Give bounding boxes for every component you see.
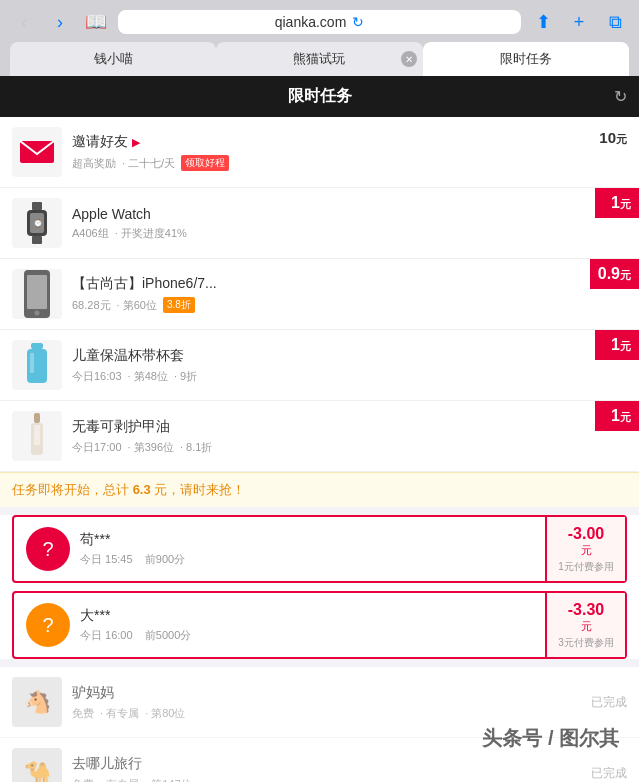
product-name: 邀请好友 ▶ (72, 133, 627, 151)
completed-info-1: 去哪儿旅行 免费 · 有专属 · 第147位 (72, 755, 627, 783)
meta-pos: · 第48位 (128, 369, 168, 384)
page-header: 限时任务 ↻ (0, 76, 639, 117)
svg-text:⌚: ⌚ (33, 218, 43, 228)
reload-icon[interactable]: ↻ (352, 14, 364, 30)
share-button[interactable]: ⬆ (529, 8, 557, 36)
forward-button[interactable]: › (46, 8, 74, 36)
price-badge-cup: 1元 (595, 330, 639, 360)
meta-group: A406组 (72, 226, 109, 241)
tabs-button[interactable]: ⧉ (601, 8, 629, 36)
url-text: qianka.com (275, 14, 347, 30)
notice-bar: 任务即将开始，总计 6.3 元，请时来抢！ (0, 472, 639, 507)
new-tab-button[interactable]: + (565, 8, 593, 36)
upcoming-price-unit-1: 元 (581, 619, 592, 634)
bookmarks-icon[interactable]: 📖 (82, 8, 110, 36)
meta-time: · 二十七/天 (122, 156, 175, 171)
upcoming-price-unit-0: 元 (581, 543, 592, 558)
svg-rect-4 (32, 236, 42, 244)
price-unit: 元 (620, 198, 631, 210)
meta-discount: · 9折 (174, 369, 197, 384)
tab-qianxiaomiao[interactable]: 钱小喵 (10, 42, 216, 76)
product-info-watch: Apple Watch A406组 · 开奖进度41% (72, 206, 583, 241)
price-unit: 元 (620, 411, 631, 423)
price-badge-nail: 1元 (595, 401, 639, 431)
svg-rect-11 (30, 353, 34, 373)
completed-name-1: 去哪儿旅行 (72, 755, 627, 773)
product-info-iphone: 【古尚古】iPhone6/7... 68.28元 · 第60位 3.8折 (72, 275, 583, 313)
upcoming-item-0[interactable]: ? 苟*** 今日 15:45 前900分 -3.00 元 1元付费参用 (12, 515, 627, 583)
product-name: 无毒可剥护甲油 (72, 418, 583, 436)
completed-meta-0: 免费 · 有专属 · 第80位 (72, 706, 627, 721)
tab-limited-tasks[interactable]: 限时任务 (423, 42, 629, 76)
product-item-nail[interactable]: 无毒可剥护甲油 今日17:00 · 第396位 · 8.1折 1元 (0, 401, 639, 472)
page-refresh-icon[interactable]: ↻ (614, 87, 627, 106)
upcoming-avatar-0: ? (26, 527, 70, 571)
upcoming-price-box-0: -3.00 元 1元付费参用 (545, 517, 625, 581)
meta2: · 有专属 (100, 706, 139, 721)
completed-thumb-1: 🐪 (12, 748, 62, 782)
product-item-iphone[interactable]: 【古尚古】iPhone6/7... 68.28元 · 第60位 3.8折 0.9… (0, 259, 639, 330)
meta-price: 68.28元 (72, 298, 111, 313)
upcoming-item-1[interactable]: ? 大*** 今日 16:00 前5000分 -3.30 元 3元付费参用 (12, 591, 627, 659)
upcoming-name-1: 大*** (80, 607, 613, 625)
tab-label: 钱小喵 (94, 51, 133, 66)
product-info-invite: 邀请好友 ▶ 超高奖励 · 二十七/天 领取好程 (72, 133, 627, 171)
meta-time: 今日17:00 (72, 440, 122, 455)
product-thumb-invite (12, 127, 62, 177)
tab-label: 限时任务 (500, 51, 552, 66)
product-price: 10元 (599, 129, 627, 147)
meta-discount: · 8.1折 (180, 440, 212, 455)
completed-status-1: 已完成 (591, 765, 627, 782)
product-thumb-iphone (12, 269, 62, 319)
upcoming-price-main-0: -3.00 (568, 525, 604, 543)
upcoming-meta-1: 今日 16:00 前5000分 (80, 628, 613, 643)
price-num: 0.9 (598, 265, 620, 282)
product-meta: 68.28元 · 第60位 3.8折 (72, 297, 583, 313)
svg-rect-14 (34, 425, 40, 445)
product-meta: 超高奖励 · 二十七/天 领取好程 (72, 155, 627, 171)
browser-nav: ‹ › 📖 qianka.com ↻ ⬆ + ⧉ (10, 8, 629, 36)
price-num: 1 (611, 336, 620, 353)
page-title: 限时任务 (288, 86, 352, 107)
svg-point-8 (35, 311, 40, 316)
meta3: · 第80位 (145, 706, 185, 721)
notice-prefix: 任务即将开始，总计 (12, 482, 129, 497)
completed-thumb-0: 🐴 (12, 677, 62, 727)
tab-pandashiwan[interactable]: 熊猫试玩 ✕ (216, 42, 422, 76)
product-name: Apple Watch (72, 206, 583, 222)
meta-tag: 领取好程 (181, 155, 229, 171)
notice-suffix: 元，请时来抢！ (154, 482, 245, 497)
product-thumb-watch: ⌚ (12, 198, 62, 248)
upcoming-info-1: 大*** 今日 16:00 前5000分 (80, 607, 613, 643)
address-bar[interactable]: qianka.com ↻ (118, 10, 521, 34)
svg-rect-9 (31, 343, 43, 349)
upcoming-meta-0: 今日 15:45 前900分 (80, 552, 613, 567)
back-button[interactable]: ‹ (10, 8, 38, 36)
meta-text: 超高奖励 (72, 156, 116, 171)
product-meta: A406组 · 开奖进度41% (72, 226, 583, 241)
browser-tabs: 钱小喵 熊猫试玩 ✕ 限时任务 (10, 42, 629, 76)
product-item-watch[interactable]: ⌚ Apple Watch A406组 · 开奖进度41% 1元 (0, 188, 639, 259)
browser-chrome: ‹ › 📖 qianka.com ↻ ⬆ + ⧉ 钱小喵 熊猫试玩 ✕ 限时任务 (0, 0, 639, 76)
price-unit: 元 (616, 133, 627, 145)
meta1: 免费 (72, 706, 94, 721)
product-item-invite[interactable]: 邀请好友 ▶ 超高奖励 · 二十七/天 领取好程 10元 (0, 117, 639, 188)
product-info-cup: 儿童保温杯带杯套 今日16:03 · 第48位 · 9折 (72, 347, 583, 384)
svg-rect-12 (34, 413, 40, 423)
product-item-cup[interactable]: 儿童保温杯带杯套 今日16:03 · 第48位 · 9折 1元 (0, 330, 639, 401)
product-meta: 今日17:00 · 第396位 · 8.1折 (72, 440, 583, 455)
completed-status-0: 已完成 (591, 694, 627, 711)
completed-name-0: 驴妈妈 (72, 684, 627, 702)
meta-pos: · 第396位 (128, 440, 174, 455)
price-badge-iphone: 0.9元 (590, 259, 639, 289)
upcoming-price-main-1: -3.30 (568, 601, 604, 619)
upcoming-section: ? 苟*** 今日 15:45 前900分 -3.00 元 1元付费参用 ? 大… (0, 515, 639, 659)
product-thumb-cup (12, 340, 62, 390)
svg-rect-1 (32, 202, 42, 210)
upcoming-avatar-1: ? (26, 603, 70, 647)
close-tab-icon[interactable]: ✕ (401, 51, 417, 67)
price-unit: 元 (620, 340, 631, 352)
upcoming-name-0: 苟*** (80, 531, 613, 549)
meta-progress: · 开奖进度41% (115, 226, 187, 241)
upcoming-info-0: 苟*** 今日 15:45 前900分 (80, 531, 613, 567)
